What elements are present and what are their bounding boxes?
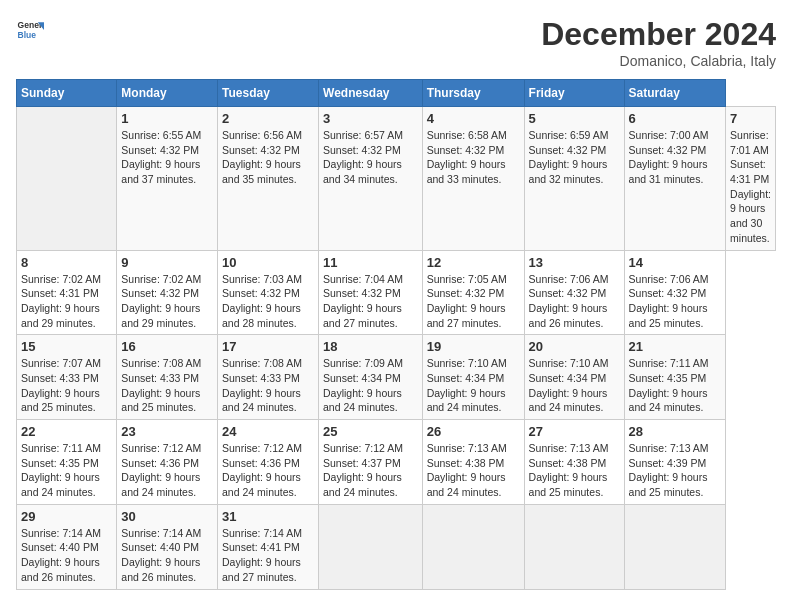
location-subtitle: Domanico, Calabria, Italy bbox=[541, 53, 776, 69]
day-info: Sunrise: 7:04 AM Sunset: 4:32 PM Dayligh… bbox=[323, 272, 418, 331]
day-cell-18: 18 Sunrise: 7:09 AM Sunset: 4:34 PM Dayl… bbox=[319, 335, 423, 420]
day-cell-1: 1 Sunrise: 6:55 AM Sunset: 4:32 PM Dayli… bbox=[117, 107, 218, 251]
day-number: 15 bbox=[21, 339, 112, 354]
day-number: 29 bbox=[21, 509, 112, 524]
day-cell-26: 26 Sunrise: 7:13 AM Sunset: 4:38 PM Dayl… bbox=[422, 420, 524, 505]
day-cell-19: 19 Sunrise: 7:10 AM Sunset: 4:34 PM Dayl… bbox=[422, 335, 524, 420]
day-info: Sunrise: 7:06 AM Sunset: 4:32 PM Dayligh… bbox=[529, 272, 620, 331]
day-info: Sunrise: 7:12 AM Sunset: 4:37 PM Dayligh… bbox=[323, 441, 418, 500]
day-info: Sunrise: 7:00 AM Sunset: 4:32 PM Dayligh… bbox=[629, 128, 722, 187]
day-cell-22: 22 Sunrise: 7:11 AM Sunset: 4:35 PM Dayl… bbox=[17, 420, 117, 505]
column-header-monday: Monday bbox=[117, 80, 218, 107]
day-number: 17 bbox=[222, 339, 314, 354]
calendar-week-3: 15 Sunrise: 7:07 AM Sunset: 4:33 PM Dayl… bbox=[17, 335, 776, 420]
day-cell-3: 3 Sunrise: 6:57 AM Sunset: 4:32 PM Dayli… bbox=[319, 107, 423, 251]
day-info: Sunrise: 7:05 AM Sunset: 4:32 PM Dayligh… bbox=[427, 272, 520, 331]
day-number: 30 bbox=[121, 509, 213, 524]
day-info: Sunrise: 6:58 AM Sunset: 4:32 PM Dayligh… bbox=[427, 128, 520, 187]
day-cell-9: 9 Sunrise: 7:02 AM Sunset: 4:32 PM Dayli… bbox=[117, 250, 218, 335]
day-info: Sunrise: 6:59 AM Sunset: 4:32 PM Dayligh… bbox=[529, 128, 620, 187]
day-number: 9 bbox=[121, 255, 213, 270]
day-cell-15: 15 Sunrise: 7:07 AM Sunset: 4:33 PM Dayl… bbox=[17, 335, 117, 420]
day-cell-28: 28 Sunrise: 7:13 AM Sunset: 4:39 PM Dayl… bbox=[624, 420, 726, 505]
day-info: Sunrise: 6:55 AM Sunset: 4:32 PM Dayligh… bbox=[121, 128, 213, 187]
calendar-week-2: 8 Sunrise: 7:02 AM Sunset: 4:31 PM Dayli… bbox=[17, 250, 776, 335]
day-cell-17: 17 Sunrise: 7:08 AM Sunset: 4:33 PM Dayl… bbox=[218, 335, 319, 420]
day-info: Sunrise: 7:09 AM Sunset: 4:34 PM Dayligh… bbox=[323, 356, 418, 415]
day-cell-13: 13 Sunrise: 7:06 AM Sunset: 4:32 PM Dayl… bbox=[524, 250, 624, 335]
column-header-thursday: Thursday bbox=[422, 80, 524, 107]
day-number: 20 bbox=[529, 339, 620, 354]
day-number: 22 bbox=[21, 424, 112, 439]
day-info: Sunrise: 6:57 AM Sunset: 4:32 PM Dayligh… bbox=[323, 128, 418, 187]
day-cell-11: 11 Sunrise: 7:04 AM Sunset: 4:32 PM Dayl… bbox=[319, 250, 423, 335]
day-number: 23 bbox=[121, 424, 213, 439]
day-cell-27: 27 Sunrise: 7:13 AM Sunset: 4:38 PM Dayl… bbox=[524, 420, 624, 505]
column-header-saturday: Saturday bbox=[624, 80, 726, 107]
day-info: Sunrise: 7:08 AM Sunset: 4:33 PM Dayligh… bbox=[121, 356, 213, 415]
day-number: 26 bbox=[427, 424, 520, 439]
empty-cell bbox=[524, 504, 624, 589]
calendar-week-5: 29 Sunrise: 7:14 AM Sunset: 4:40 PM Dayl… bbox=[17, 504, 776, 589]
day-info: Sunrise: 7:14 AM Sunset: 4:40 PM Dayligh… bbox=[21, 526, 112, 585]
logo-icon: General Blue bbox=[16, 16, 44, 44]
day-number: 12 bbox=[427, 255, 520, 270]
day-info: Sunrise: 7:11 AM Sunset: 4:35 PM Dayligh… bbox=[21, 441, 112, 500]
day-info: Sunrise: 7:06 AM Sunset: 4:32 PM Dayligh… bbox=[629, 272, 722, 331]
day-info: Sunrise: 7:01 AM Sunset: 4:31 PM Dayligh… bbox=[730, 128, 771, 246]
calendar-week-4: 22 Sunrise: 7:11 AM Sunset: 4:35 PM Dayl… bbox=[17, 420, 776, 505]
day-cell-21: 21 Sunrise: 7:11 AM Sunset: 4:35 PM Dayl… bbox=[624, 335, 726, 420]
day-number: 24 bbox=[222, 424, 314, 439]
day-info: Sunrise: 7:14 AM Sunset: 4:40 PM Dayligh… bbox=[121, 526, 213, 585]
day-number: 8 bbox=[21, 255, 112, 270]
day-number: 7 bbox=[730, 111, 771, 126]
column-header-tuesday: Tuesday bbox=[218, 80, 319, 107]
day-cell-2: 2 Sunrise: 6:56 AM Sunset: 4:32 PM Dayli… bbox=[218, 107, 319, 251]
day-info: Sunrise: 7:12 AM Sunset: 4:36 PM Dayligh… bbox=[121, 441, 213, 500]
day-number: 6 bbox=[629, 111, 722, 126]
day-info: Sunrise: 7:13 AM Sunset: 4:39 PM Dayligh… bbox=[629, 441, 722, 500]
day-cell-23: 23 Sunrise: 7:12 AM Sunset: 4:36 PM Dayl… bbox=[117, 420, 218, 505]
month-title: December 2024 bbox=[541, 16, 776, 53]
day-info: Sunrise: 7:13 AM Sunset: 4:38 PM Dayligh… bbox=[529, 441, 620, 500]
day-number: 1 bbox=[121, 111, 213, 126]
day-cell-14: 14 Sunrise: 7:06 AM Sunset: 4:32 PM Dayl… bbox=[624, 250, 726, 335]
empty-cell bbox=[319, 504, 423, 589]
day-info: Sunrise: 6:56 AM Sunset: 4:32 PM Dayligh… bbox=[222, 128, 314, 187]
day-info: Sunrise: 7:02 AM Sunset: 4:31 PM Dayligh… bbox=[21, 272, 112, 331]
day-cell-6: 6 Sunrise: 7:00 AM Sunset: 4:32 PM Dayli… bbox=[624, 107, 726, 251]
empty-cell bbox=[422, 504, 524, 589]
title-block: December 2024 Domanico, Calabria, Italy bbox=[541, 16, 776, 69]
day-info: Sunrise: 7:11 AM Sunset: 4:35 PM Dayligh… bbox=[629, 356, 722, 415]
day-info: Sunrise: 7:03 AM Sunset: 4:32 PM Dayligh… bbox=[222, 272, 314, 331]
day-number: 3 bbox=[323, 111, 418, 126]
day-number: 5 bbox=[529, 111, 620, 126]
day-number: 28 bbox=[629, 424, 722, 439]
day-cell-24: 24 Sunrise: 7:12 AM Sunset: 4:36 PM Dayl… bbox=[218, 420, 319, 505]
day-number: 19 bbox=[427, 339, 520, 354]
day-cell-25: 25 Sunrise: 7:12 AM Sunset: 4:37 PM Dayl… bbox=[319, 420, 423, 505]
day-cell-31: 31 Sunrise: 7:14 AM Sunset: 4:41 PM Dayl… bbox=[218, 504, 319, 589]
day-info: Sunrise: 7:10 AM Sunset: 4:34 PM Dayligh… bbox=[427, 356, 520, 415]
day-number: 21 bbox=[629, 339, 722, 354]
day-cell-8: 8 Sunrise: 7:02 AM Sunset: 4:31 PM Dayli… bbox=[17, 250, 117, 335]
day-number: 27 bbox=[529, 424, 620, 439]
day-info: Sunrise: 7:12 AM Sunset: 4:36 PM Dayligh… bbox=[222, 441, 314, 500]
day-number: 4 bbox=[427, 111, 520, 126]
column-header-sunday: Sunday bbox=[17, 80, 117, 107]
day-number: 16 bbox=[121, 339, 213, 354]
day-cell-16: 16 Sunrise: 7:08 AM Sunset: 4:33 PM Dayl… bbox=[117, 335, 218, 420]
calendar-table: SundayMondayTuesdayWednesdayThursdayFrid… bbox=[16, 79, 776, 590]
day-info: Sunrise: 7:07 AM Sunset: 4:33 PM Dayligh… bbox=[21, 356, 112, 415]
day-number: 2 bbox=[222, 111, 314, 126]
day-info: Sunrise: 7:13 AM Sunset: 4:38 PM Dayligh… bbox=[427, 441, 520, 500]
calendar-week-1: 1 Sunrise: 6:55 AM Sunset: 4:32 PM Dayli… bbox=[17, 107, 776, 251]
day-cell-12: 12 Sunrise: 7:05 AM Sunset: 4:32 PM Dayl… bbox=[422, 250, 524, 335]
day-number: 10 bbox=[222, 255, 314, 270]
day-number: 13 bbox=[529, 255, 620, 270]
day-number: 14 bbox=[629, 255, 722, 270]
day-number: 31 bbox=[222, 509, 314, 524]
day-cell-20: 20 Sunrise: 7:10 AM Sunset: 4:34 PM Dayl… bbox=[524, 335, 624, 420]
day-info: Sunrise: 7:02 AM Sunset: 4:32 PM Dayligh… bbox=[121, 272, 213, 331]
day-number: 25 bbox=[323, 424, 418, 439]
